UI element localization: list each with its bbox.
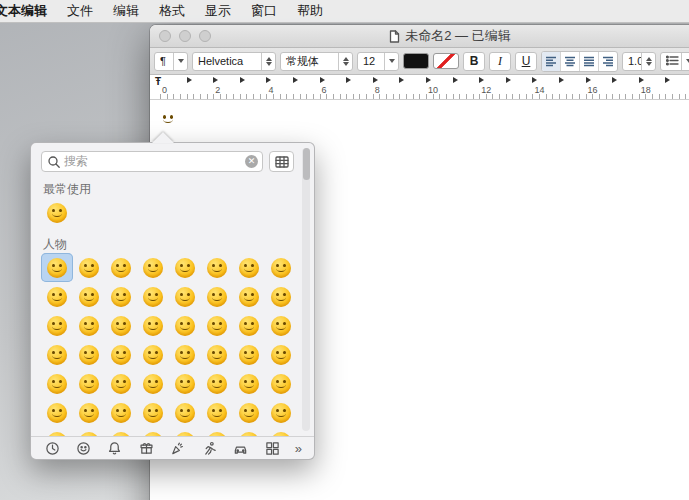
- emoji-cell[interactable]: 😗: [137, 311, 169, 340]
- emoji-cell[interactable]: 😂: [137, 253, 169, 282]
- scrollbar[interactable]: [302, 148, 310, 431]
- emoji-cell[interactable]: 😍: [265, 282, 297, 311]
- emoji-cell[interactable]: 😛: [41, 340, 73, 369]
- tab-stop-icon[interactable]: [399, 77, 404, 83]
- minimize-button[interactable]: [179, 30, 191, 42]
- emoji-cell[interactable]: 😡: [73, 369, 105, 398]
- menu-item[interactable]: 编辑: [103, 2, 149, 20]
- emoji-cell[interactable]: 😀: [41, 253, 73, 282]
- tab-stop-icon[interactable]: [506, 77, 511, 83]
- emoji-cell[interactable]: 😤: [41, 398, 73, 427]
- emoji-cell[interactable]: 😏: [73, 311, 105, 340]
- tab-stop-icon[interactable]: [293, 77, 298, 83]
- emoji-cell[interactable]: 😳: [73, 340, 105, 369]
- menu-item[interactable]: 帮助: [287, 2, 333, 20]
- tab-stop-icon[interactable]: [532, 77, 537, 83]
- tab-stop-icon[interactable]: [426, 77, 431, 83]
- tab-stop-icon[interactable]: [213, 77, 218, 83]
- emoji-cell[interactable]: 😟: [265, 340, 297, 369]
- emoji-cell[interactable]: 😔: [105, 369, 137, 398]
- emoji-cell[interactable]: 😇: [265, 253, 297, 282]
- emoji-cell[interactable]: 😁: [105, 253, 137, 282]
- emoji-cell[interactable]: 😶: [105, 340, 137, 369]
- emoji-cell[interactable]: 👿: [73, 282, 105, 311]
- font-size-popup[interactable]: 12: [357, 52, 399, 71]
- emoji-cell[interactable]: 😜: [233, 311, 265, 340]
- menu-item[interactable]: 文件: [57, 2, 103, 20]
- emoji-cell[interactable]: 😌: [233, 282, 265, 311]
- emoji-cell[interactable]: 😬: [73, 253, 105, 282]
- emoji-cell[interactable]: 😦: [233, 398, 265, 427]
- frequently-used-icon[interactable]: [43, 439, 61, 457]
- emoji-cell[interactable]: 😠: [41, 369, 73, 398]
- emoji-cell[interactable]: 😖: [201, 369, 233, 398]
- emoji-cell[interactable]: 😣: [169, 369, 201, 398]
- align-center-button[interactable]: [560, 52, 579, 71]
- italic-button[interactable]: I: [489, 52, 511, 71]
- emoji-cell[interactable]: 😩: [265, 369, 297, 398]
- typeface-popup[interactable]: 常规体: [280, 52, 353, 71]
- tab-stop-icon[interactable]: [373, 77, 378, 83]
- emoji-cell[interactable]: 😞: [233, 340, 265, 369]
- scrollbar-thumb[interactable]: [303, 148, 310, 180]
- align-justify-button[interactable]: [579, 52, 598, 71]
- emoji-cell[interactable]: 😨: [137, 398, 169, 427]
- line-spacing-popup[interactable]: 1.0: [622, 52, 656, 71]
- emoji-cell[interactable]: ☺️: [169, 282, 201, 311]
- emoji-cell[interactable]: 😑: [169, 340, 201, 369]
- paragraph-styles-popup[interactable]: ¶: [154, 52, 188, 71]
- emoji-cell[interactable]: 😘: [105, 311, 137, 340]
- emoji-cell[interactable]: 😰: [169, 398, 201, 427]
- emoji-cell[interactable]: 😀: [41, 198, 73, 227]
- tab-stop-icon[interactable]: [559, 77, 564, 83]
- title-bar[interactable]: 未命名2 — 已编辑: [150, 25, 689, 48]
- tab-stop-icon[interactable]: [612, 77, 617, 83]
- font-family-popup[interactable]: Helvetica: [192, 52, 276, 71]
- tab-stop-icon[interactable]: [346, 77, 351, 83]
- emoji-cell[interactable]: 😙: [169, 311, 201, 340]
- objects-icon[interactable]: [137, 439, 155, 457]
- clear-search-icon[interactable]: ✕: [245, 155, 258, 168]
- search-input[interactable]: 搜索 ✕: [41, 151, 263, 172]
- tab-stop-icon[interactable]: [320, 77, 325, 83]
- emoji-cell[interactable]: 😯: [201, 398, 233, 427]
- emoji-cell[interactable]: 😐: [137, 340, 169, 369]
- text-color-well[interactable]: [403, 53, 429, 69]
- tab-stop-icon[interactable]: [266, 77, 271, 83]
- emoji-cell[interactable]: 😃: [169, 253, 201, 282]
- emoji-cell[interactable]: 😝: [265, 311, 297, 340]
- list-style-popup[interactable]: [660, 52, 689, 71]
- menu-item[interactable]: 显示: [195, 2, 241, 20]
- people-icon[interactable]: [74, 439, 92, 457]
- align-right-button[interactable]: [598, 52, 617, 71]
- emoji-cell[interactable]: 😋: [201, 282, 233, 311]
- emoji-cell[interactable]: 😉: [105, 282, 137, 311]
- travel-icon[interactable]: [232, 439, 250, 457]
- symbols-icon[interactable]: [263, 439, 281, 457]
- no-color-well[interactable]: [433, 53, 459, 69]
- emoji-cell[interactable]: 😫: [233, 369, 265, 398]
- more-categories-button[interactable]: »: [295, 441, 302, 456]
- menu-item[interactable]: 格式: [149, 2, 195, 20]
- activity-icon[interactable]: [200, 439, 218, 457]
- app-menu-textedit[interactable]: 文本编辑: [0, 2, 57, 20]
- tab-stop-icon[interactable]: [187, 77, 192, 83]
- tab-stop-icon[interactable]: [479, 77, 484, 83]
- emoji-cell[interactable]: 😄: [201, 253, 233, 282]
- emoji-cell[interactable]: 😅: [233, 253, 265, 282]
- bold-button[interactable]: B: [463, 52, 485, 71]
- character-viewer-button[interactable]: [269, 151, 294, 172]
- emoji-cell[interactable]: 😚: [201, 311, 233, 340]
- emoji-cell[interactable]: 😎: [41, 311, 73, 340]
- celebration-icon[interactable]: [169, 439, 187, 457]
- tab-stop-icon[interactable]: [586, 77, 591, 83]
- nature-icon[interactable]: [106, 439, 124, 457]
- ruler[interactable]: Ŧ 024681012141618: [150, 75, 689, 100]
- menu-item[interactable]: 窗口: [241, 2, 287, 20]
- emoji-cell[interactable]: 😊: [137, 282, 169, 311]
- zoom-button[interactable]: [199, 30, 211, 42]
- tab-stop-icon[interactable]: [639, 77, 644, 83]
- emoji-cell[interactable]: 😮: [73, 398, 105, 427]
- tab-stop-icon[interactable]: [453, 77, 458, 83]
- tab-stop-icon[interactable]: [665, 77, 670, 83]
